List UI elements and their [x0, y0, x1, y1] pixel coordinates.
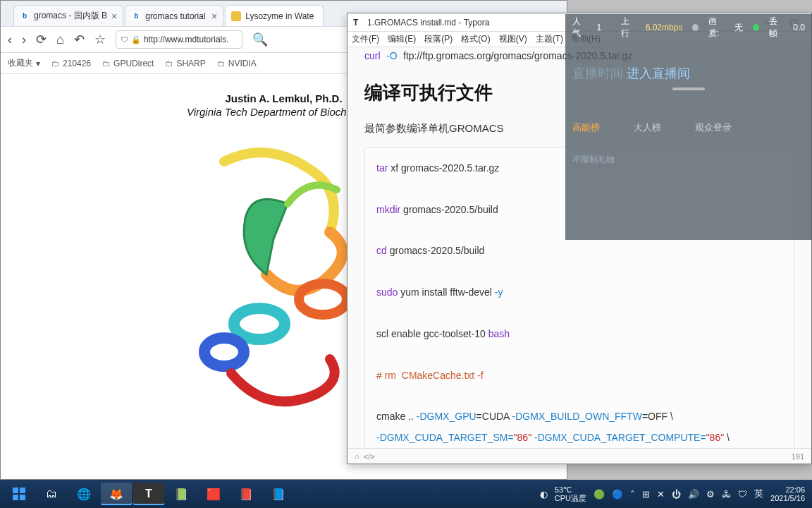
svg-point-1 — [234, 308, 285, 339]
close-icon[interactable]: × — [211, 11, 217, 22]
tray-icon[interactable]: ◐ — [540, 489, 548, 500]
upload-label: 上行 — [621, 16, 636, 40]
ime-indicator[interactable]: 英 — [754, 488, 763, 500]
browser-tab-1[interactable]: b gromacs tutorial × — [125, 5, 223, 26]
url-input[interactable]: 🛡 🔒 http://www.mdtutorials. — [116, 30, 242, 49]
tab-label: gromacs - 国内版 B — [34, 10, 107, 22]
reload-button[interactable]: ⟳ — [36, 32, 47, 47]
drop-dot-icon — [753, 24, 759, 31]
tray-icon[interactable]: 🛡 — [738, 489, 747, 500]
overlay-tab-2[interactable]: 观众登录 — [695, 121, 732, 134]
bookmark-item[interactable]: 🗀GPUDirect — [102, 59, 154, 68]
typora-statusbar: ○ </> 191 — [347, 448, 811, 464]
svg-point-2 — [204, 338, 244, 366]
drop-label: 丢帧 — [769, 16, 784, 40]
popularity-label: 人气 — [572, 16, 587, 40]
svg-point-0 — [299, 284, 347, 315]
home-button[interactable]: ⌂ — [56, 32, 64, 47]
svg-rect-3 — [13, 488, 18, 493]
menu-edit[interactable]: 编辑(E) — [388, 33, 416, 45]
quality-dot-icon — [692, 24, 699, 31]
overlay-hint: 不限制礼物 — [572, 154, 805, 166]
typora-task-icon[interactable]: T — [133, 483, 164, 505]
title-sep: - — [456, 18, 464, 28]
quality-value: 无 — [734, 22, 743, 34]
clock[interactable]: 22:06 2021/5/16 — [770, 485, 805, 502]
folder-icon: 🗀 — [165, 59, 173, 68]
taskbar: 🗂 🌐 🦊 T 📗 🟥 📕 📘 ◐ 53℃ CPU温度 🟢 🔵 ˄ ⊞ ✕ ⏻ … — [0, 480, 812, 508]
tray-icon[interactable]: 🖧 — [722, 489, 731, 500]
explorer-icon[interactable]: 🗂 — [36, 483, 67, 505]
start-button[interactable] — [4, 483, 35, 505]
page-icon — [231, 11, 241, 21]
browser-tab-2[interactable]: Lysozyme in Wate — [225, 5, 324, 26]
tab-label: Lysozyme in Wate — [245, 11, 317, 21]
tray-icon[interactable]: 🔵 — [612, 489, 623, 500]
menu-theme[interactable]: 主题(T) — [536, 33, 563, 45]
folder-icon: 🗀 — [102, 59, 111, 68]
volume-icon[interactable]: 🔊 — [688, 489, 699, 500]
tray-icon[interactable]: ⚙ — [706, 489, 715, 500]
tray-icon[interactable]: ✕ — [657, 489, 665, 500]
app-icon[interactable]: 📘 — [263, 483, 294, 505]
lock-icon: 🔒 — [131, 35, 141, 44]
drop-value: 0.0 — [793, 23, 805, 32]
bookmark-item[interactable]: 🗀SHARP — [165, 59, 205, 68]
upload-value: 6.02mbps — [646, 23, 683, 32]
undo-button[interactable]: ↶ — [74, 32, 85, 47]
tray-icon[interactable]: 🟢 — [593, 489, 605, 500]
svg-rect-5 — [13, 495, 18, 500]
overlay-tab-0[interactable]: 高能榜 — [572, 121, 600, 134]
svg-rect-6 — [20, 495, 25, 500]
quality-label: 画质: — [708, 16, 725, 40]
popularity-value: 1 — [597, 23, 602, 32]
folder-icon: 🗀 — [217, 59, 226, 68]
folder-icon: 🗀 — [51, 59, 60, 68]
overlay-tab-1[interactable]: 大人榜 — [634, 121, 661, 134]
word-count[interactable]: 191 — [792, 452, 804, 461]
edge-icon[interactable]: 🌐 — [68, 483, 99, 505]
bookmark-item[interactable]: 🗀NVIDIA — [217, 59, 257, 68]
forward-button[interactable]: › — [22, 32, 26, 47]
bookmark-item[interactable]: 🗀210426 — [51, 59, 91, 68]
cpu-temp[interactable]: 53℃ CPU温度 — [555, 485, 586, 502]
typora-icon: T — [353, 18, 363, 28]
app-name: Typora — [464, 18, 490, 28]
firefox-icon[interactable]: 🦊 — [101, 483, 132, 505]
outline-toggle-icon[interactable]: ○ — [355, 452, 359, 461]
stream-overlay: 人气 1 上行 6.02mbps 画质: 无 丢帧 0.0 直播时间 进入直播间… — [565, 14, 812, 240]
enter-room-link[interactable]: 直播时间 进入直播间 — [572, 65, 805, 82]
overlay-tabs: 高能榜 大人榜 观众登录 — [572, 121, 805, 134]
system-tray: ◐ 53℃ CPU温度 🟢 🔵 ˄ ⊞ ✕ ⏻ 🔊 ⚙ 🖧 🛡 英 22:06 … — [540, 485, 809, 502]
tray-icon[interactable]: ⏻ — [672, 489, 681, 500]
tray-icon[interactable]: ⊞ — [642, 489, 650, 500]
close-icon[interactable]: × — [111, 11, 117, 22]
browser-tab-0[interactable]: b gromacs - 国内版 B × — [13, 5, 123, 26]
bookmarks-root[interactable]: 收藏夹 ▾ — [8, 57, 40, 69]
shield-icon: 🛡 — [121, 35, 128, 44]
overlay-stats: 人气 1 上行 6.02mbps 画质: 无 丢帧 0.0 — [572, 18, 805, 37]
bing-icon: b — [131, 11, 141, 21]
favorite-button[interactable]: ☆ — [94, 32, 106, 47]
app-icon[interactable]: 🟥 — [198, 483, 229, 505]
menu-view[interactable]: 视图(V) — [499, 33, 527, 45]
menu-format[interactable]: 格式(O) — [461, 33, 490, 45]
bing-icon: b — [20, 11, 30, 21]
menu-file[interactable]: 文件(F) — [352, 33, 379, 45]
tab-label: gromacs tutorial — [145, 11, 207, 21]
acrobat-icon[interactable]: 📕 — [230, 483, 262, 505]
source-toggle-icon[interactable]: </> — [364, 452, 375, 461]
back-button[interactable]: ‹ — [8, 32, 12, 47]
document-title: 1.GROMACS install.md — [367, 18, 456, 28]
drag-handle-icon[interactable] — [672, 87, 705, 90]
app-icon[interactable]: 📗 — [166, 483, 197, 505]
tray-up-icon[interactable]: ˄ — [630, 489, 635, 500]
menu-paragraph[interactable]: 段落(P) — [424, 33, 453, 45]
search-icon[interactable]: 🔍 — [252, 32, 268, 47]
svg-rect-4 — [20, 488, 25, 493]
url-text: http://www.mdtutorials. — [144, 35, 229, 44]
